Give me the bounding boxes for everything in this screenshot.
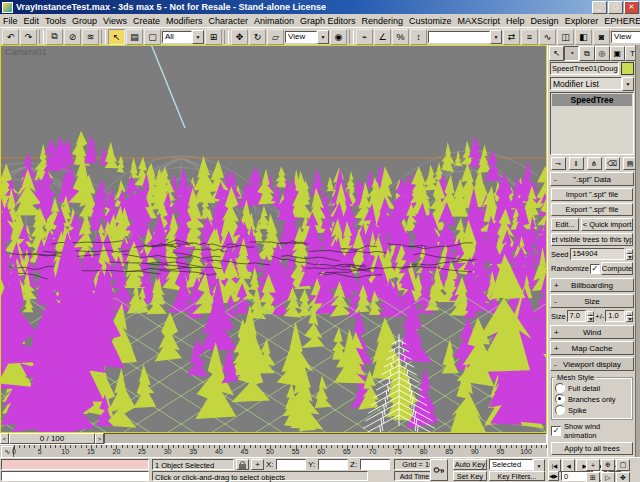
- angle-snap-icon[interactable]: ∠: [374, 29, 391, 45]
- material-editor-icon[interactable]: ◧: [575, 29, 592, 45]
- pin-stack-icon[interactable]: ⊸: [551, 157, 566, 170]
- size-variance-spinner[interactable]: [626, 311, 633, 322]
- zoom-extents-icon[interactable]: ▢: [616, 459, 630, 471]
- undo-icon[interactable]: ↶: [2, 29, 19, 45]
- redo-icon[interactable]: ↷: [20, 29, 37, 45]
- zoom-all-icon[interactable]: ⊕: [601, 459, 615, 471]
- modifier-stack[interactable]: SpeedTree: [550, 92, 634, 155]
- field-of-view-icon[interactable]: ▷: [601, 472, 615, 482]
- unlink-selection-icon[interactable]: ⊘: [64, 29, 81, 45]
- menu-help[interactable]: Help: [503, 16, 528, 26]
- modifier-stack-item[interactable]: SpeedTree: [552, 94, 632, 106]
- render-type-dropdown[interactable]: View▼: [611, 30, 640, 44]
- schematic-view-icon[interactable]: ◫: [557, 29, 574, 45]
- align-icon[interactable]: ≡: [521, 29, 538, 45]
- named-selection-dropdown[interactable]: ▼: [428, 30, 502, 44]
- object-name-field[interactable]: SpeedTree01(DouglasFir_MD: [550, 62, 619, 75]
- seed-spinner[interactable]: [626, 249, 633, 260]
- make-unique-icon[interactable]: ⋔: [587, 157, 602, 170]
- radio-icon[interactable]: [555, 405, 565, 415]
- curve-editor-icon[interactable]: ∿: [539, 29, 556, 45]
- menu-character[interactable]: Character: [205, 16, 251, 26]
- collapse-icon[interactable]: -: [554, 297, 557, 306]
- rectangular-selection-icon[interactable]: ▢: [144, 29, 161, 45]
- minimize-button[interactable]: _: [592, 1, 607, 14]
- menu-explorer[interactable]: Explorer: [562, 16, 602, 26]
- menu-animation[interactable]: Animation: [251, 16, 297, 26]
- size-field[interactable]: 7.0: [567, 310, 587, 322]
- import-spt-button[interactable]: Import ".spt" file: [551, 188, 633, 201]
- compute-button[interactable]: Compute: [601, 262, 633, 275]
- viewport-scene[interactable]: [1, 46, 546, 434]
- mesh-style-option-spike[interactable]: Spike: [555, 405, 629, 415]
- select-by-name-icon[interactable]: ▤: [126, 29, 143, 45]
- window-crossing-icon[interactable]: ⊞: [205, 29, 222, 45]
- expand-icon[interactable]: +: [554, 344, 559, 353]
- select-object-icon[interactable]: ↖: [108, 29, 125, 45]
- menu-customize[interactable]: Customize: [406, 16, 455, 26]
- dropdown-arrow-icon[interactable]: ▼: [317, 30, 329, 44]
- camera-viewport[interactable]: Camera01: [0, 45, 547, 433]
- rollout-header-size[interactable]: - Size: [550, 294, 634, 308]
- tab-create[interactable]: ↖: [549, 46, 564, 61]
- tab-hierarchy[interactable]: ⧉: [579, 46, 594, 61]
- selection-lock-button[interactable]: [236, 459, 249, 470]
- apply-to-all-trees-button[interactable]: Apply to all trees: [551, 442, 633, 455]
- mirror-icon[interactable]: ⇄: [503, 29, 520, 45]
- z-coord-field[interactable]: [360, 459, 390, 470]
- modifier-list-dropdown[interactable]: Modifier List: [550, 77, 622, 90]
- tab-modify[interactable]: ◔: [564, 46, 579, 61]
- zoom-extents-all-icon[interactable]: ⊞: [586, 472, 600, 482]
- viewport-label[interactable]: Camera01: [5, 47, 47, 57]
- menu-modifiers[interactable]: Modifiers: [163, 16, 206, 26]
- rollout-header-wind[interactable]: + Wind: [550, 325, 634, 339]
- randomize-checkbox[interactable]: ✓: [590, 264, 600, 274]
- expand-icon[interactable]: +: [554, 328, 559, 337]
- close-button[interactable]: ✕: [624, 1, 639, 14]
- track-bar[interactable]: ∿ 05101520253035404550556065707580859095…: [0, 444, 547, 457]
- menu-maxscript[interactable]: MAXScript: [455, 16, 504, 26]
- auto-key-button[interactable]: Auto Key: [453, 459, 487, 470]
- remove-modifier-icon[interactable]: ⌫: [605, 157, 620, 170]
- rollout-header-spt-data[interactable]: - ".spt" Data: [550, 172, 634, 186]
- tab-motion[interactable]: ◎: [595, 46, 610, 61]
- rollout-header-map-cache[interactable]: + Map Cache: [550, 341, 634, 355]
- maximize-button[interactable]: □: [608, 1, 623, 14]
- select-and-rotate-icon[interactable]: ↻: [249, 29, 266, 45]
- key-selection-set-dropdown[interactable]: Selected ▼: [489, 459, 545, 470]
- menu-create[interactable]: Create: [130, 16, 163, 26]
- edit-spt-button[interactable]: Edit...: [551, 218, 579, 231]
- dropdown-arrow-icon[interactable]: ▼: [490, 30, 502, 44]
- key-filters-button[interactable]: Key Filters...: [489, 471, 545, 481]
- percent-snap-icon[interactable]: %: [392, 29, 409, 45]
- zoom-icon[interactable]: +: [586, 459, 600, 471]
- menu-views[interactable]: Views: [100, 16, 130, 26]
- export-spt-button[interactable]: Export ".spt" file: [551, 203, 633, 216]
- expand-icon[interactable]: +: [554, 281, 559, 290]
- render-scene-icon[interactable]: ◙: [593, 29, 610, 45]
- menu-edit[interactable]: Edit: [21, 16, 43, 26]
- maxscript-listener-input[interactable]: [1, 459, 149, 470]
- y-coord-field[interactable]: [318, 459, 348, 470]
- set-key-button[interactable]: Set Key: [453, 471, 487, 481]
- collapse-icon[interactable]: -: [554, 175, 557, 184]
- selection-filter-dropdown[interactable]: All▼: [162, 30, 204, 44]
- select-and-scale-icon[interactable]: ▱: [267, 29, 284, 45]
- size-spinner[interactable]: [587, 311, 594, 322]
- pan-view-icon[interactable]: ✥: [616, 472, 630, 482]
- rollout-header-viewport-display[interactable]: - Viewport display: [550, 357, 634, 371]
- bind-to-space-warp-icon[interactable]: ≋: [82, 29, 99, 45]
- spinner-snap-icon[interactable]: ↕: [410, 29, 427, 45]
- object-color-swatch[interactable]: [621, 62, 634, 75]
- seed-field[interactable]: 154904: [570, 248, 625, 260]
- dropdown-arrow-icon[interactable]: ▼: [192, 30, 204, 44]
- menu-file[interactable]: File: [0, 16, 21, 26]
- select-and-move-icon[interactable]: ✥: [231, 29, 248, 45]
- collapse-icon[interactable]: -: [554, 360, 557, 369]
- reference-coordinate-dropdown[interactable]: View▼: [285, 30, 329, 44]
- absolute-offset-toggle[interactable]: +: [251, 459, 264, 470]
- menu-ephere-utilities[interactable]: EPHERE Utilities: [601, 16, 640, 26]
- menu-group[interactable]: Group: [69, 16, 100, 26]
- set-visible-trees-button[interactable]: Set visible trees to this type: [551, 233, 633, 246]
- next-frame-arrow[interactable]: >: [95, 433, 104, 444]
